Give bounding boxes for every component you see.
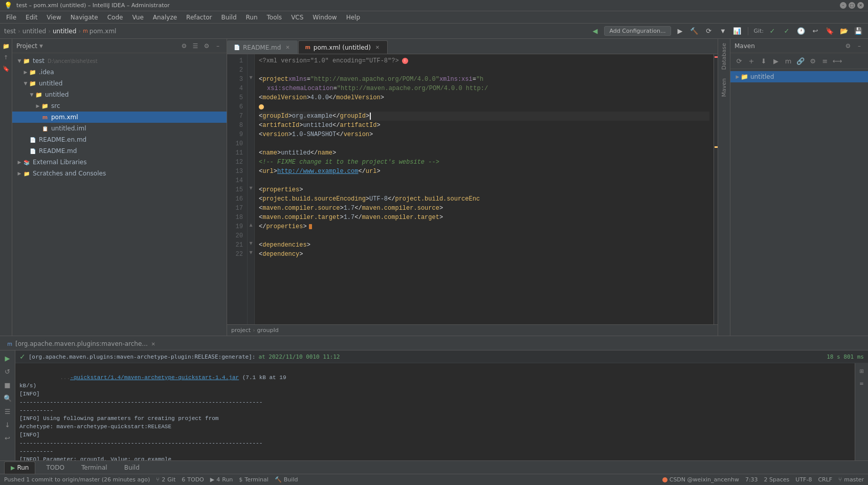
- fold-marker-3[interactable]: ▼: [249, 75, 252, 80]
- log-link-jar[interactable]: -quickstart/1.4/maven-archetype-quicksta…: [70, 374, 239, 381]
- run-rerun-button[interactable]: ↺: [2, 366, 13, 377]
- menu-refactor[interactable]: Refactor: [182, 13, 216, 22]
- run-config-tab-close[interactable]: ✕: [150, 340, 157, 347]
- git-history-icon[interactable]: 🕐: [795, 26, 807, 37]
- maven-reload-icon[interactable]: ⟳: [733, 55, 745, 67]
- build-button[interactable]: 🔨: [688, 26, 700, 37]
- run-wrap-button[interactable]: ↩: [2, 432, 13, 444]
- fold-marker-21[interactable]: ▼: [249, 241, 252, 246]
- tree-item-idea[interactable]: ▶ 📁 .idea: [12, 67, 227, 78]
- maven-lifecycle-icon[interactable]: 🔗: [795, 55, 806, 67]
- maven-tree-item-untitled[interactable]: ▶ 📁 untitled: [730, 71, 868, 82]
- close-button[interactable]: ✕: [857, 2, 864, 9]
- maven-options-icon[interactable]: ≡: [819, 55, 831, 67]
- menu-code[interactable]: Code: [103, 13, 127, 22]
- warning-bulb-6[interactable]: [259, 104, 264, 109]
- commit-icon[interactable]: ↑: [1, 52, 11, 62]
- bottom-tab-run-config[interactable]: m [org.apache.maven.plugins:maven-arche.…: [0, 338, 163, 350]
- vertical-tab-database[interactable]: Database: [719, 39, 729, 74]
- maximize-button[interactable]: □: [849, 2, 855, 9]
- minimize-button[interactable]: –: [840, 2, 847, 9]
- tree-item-readme[interactable]: ▶ 📄 README.md: [12, 145, 227, 157]
- project-icon[interactable]: 📁: [1, 41, 11, 51]
- git-push-icon[interactable]: ✓: [781, 26, 792, 37]
- sidebar-dropdown-icon[interactable]: ▼: [39, 43, 43, 49]
- maven-script-icon[interactable]: m: [783, 55, 794, 67]
- sidebar-hide-icon[interactable]: –: [213, 41, 222, 51]
- run-right-btn1[interactable]: ⊞: [856, 365, 867, 377]
- menu-navigate[interactable]: Navigate: [66, 13, 102, 22]
- sidebar-gear-icon[interactable]: ⚙: [202, 41, 211, 51]
- run-scroll-button[interactable]: ↓: [2, 419, 13, 430]
- fold-marker-22[interactable]: ▼: [249, 250, 252, 255]
- line-sep-status[interactable]: CRLF: [818, 476, 832, 483]
- build-status[interactable]: 🔨 Build: [275, 476, 298, 483]
- sidebar-collapse-icon[interactable]: ☰: [191, 41, 200, 51]
- run-filter-button[interactable]: ☰: [2, 406, 13, 417]
- terminal-tab[interactable]: Terminal: [75, 461, 114, 474]
- coverage-icon[interactable]: 📊: [731, 26, 743, 37]
- run-status[interactable]: ▶ 4 Run: [210, 476, 233, 483]
- bookmark-icon[interactable]: 🔖: [824, 26, 835, 37]
- build-tab[interactable]: Build: [118, 461, 146, 474]
- tree-item-untitled1[interactable]: ▼ 📁 untitled: [12, 78, 227, 89]
- menu-window[interactable]: Window: [308, 13, 341, 22]
- breadcrumb-untitled2[interactable]: untitled: [53, 28, 76, 35]
- menu-edit[interactable]: Edit: [21, 13, 41, 22]
- tab-readme-close[interactable]: ✕: [284, 44, 291, 51]
- branch-status[interactable]: ⑂ master: [838, 476, 864, 483]
- menu-tools[interactable]: Tools: [263, 13, 286, 22]
- menu-help[interactable]: Help: [342, 13, 364, 22]
- tab-readme[interactable]: 📄 README.md ✕: [227, 40, 298, 54]
- tab-pom[interactable]: m pom.xml (untitled) ✕: [298, 40, 387, 54]
- terminal-status[interactable]: $ Terminal: [239, 476, 269, 483]
- maven-download-icon[interactable]: ⬇: [758, 55, 769, 67]
- maven-expand-icon[interactable]: ⟷: [832, 55, 843, 67]
- tree-item-pomxml[interactable]: ▶ m pom.xml: [12, 112, 227, 123]
- tree-item-readme-en[interactable]: ▶ 📄 README.en.md: [12, 134, 227, 145]
- editor-breadcrumb-project[interactable]: project: [231, 327, 251, 334]
- pushed-status[interactable]: Pushed 1 commit to origin/master (26 min…: [4, 476, 150, 483]
- code-editor[interactable]: 1 2 3 4 5 6 7 8 9 10 11 12 13 14 15 16 1…: [227, 54, 718, 324]
- encoding-status[interactable]: UTF-8: [795, 476, 812, 483]
- bookmark-side-icon[interactable]: 🔖: [1, 63, 11, 74]
- menu-vue[interactable]: Vue: [128, 13, 147, 22]
- maven-gear-icon[interactable]: ⚙: [843, 41, 853, 51]
- menu-run[interactable]: Run: [242, 13, 262, 22]
- sidebar-cog-icon[interactable]: ⚙: [180, 41, 189, 51]
- more-run-icon[interactable]: ▼: [717, 26, 728, 37]
- todo-tab[interactable]: TODO: [40, 461, 70, 474]
- run-search-button[interactable]: 🔍: [2, 392, 13, 404]
- play-button[interactable]: ▶: [674, 26, 685, 37]
- run-play-button[interactable]: ▶: [2, 352, 13, 364]
- line-col-status[interactable]: 7:33: [745, 476, 758, 483]
- breadcrumb-test[interactable]: test: [4, 28, 16, 35]
- maven-settings-icon[interactable]: ⚙: [807, 55, 818, 67]
- indent-status[interactable]: 2 Spaces: [764, 476, 790, 483]
- menu-view[interactable]: View: [42, 13, 65, 22]
- tree-item-untitlediml[interactable]: ▶ 📋 untitled.iml: [12, 123, 227, 134]
- maven-hide-icon[interactable]: –: [855, 41, 864, 51]
- editor-breadcrumb-groupid[interactable]: groupId: [257, 327, 279, 334]
- maven-run-icon[interactable]: ▶: [770, 55, 782, 67]
- csdn-status[interactable]: CSDN @weixin_ancenhw: [662, 476, 739, 483]
- tab-pom-close[interactable]: ✕: [374, 44, 381, 51]
- menu-vcs[interactable]: VCS: [287, 13, 307, 22]
- run-right-btn2[interactable]: ≡: [856, 378, 867, 389]
- git-back-icon[interactable]: ↩: [810, 26, 821, 37]
- git-check-icon[interactable]: ✓: [767, 26, 778, 37]
- git-status[interactable]: ⑂ 2 Git: [156, 476, 175, 483]
- todo-status[interactable]: 6 TODO: [182, 476, 204, 483]
- fold-marker-19[interactable]: ▲: [249, 223, 252, 227]
- tree-item-ext-libs[interactable]: ▶ 📚 External Libraries: [12, 157, 227, 168]
- menu-build[interactable]: Build: [217, 13, 240, 22]
- menu-analyze[interactable]: Analyze: [149, 13, 181, 22]
- vertical-tab-maven[interactable]: Maven: [719, 74, 729, 101]
- tree-item-scratches[interactable]: ▶ 📁 Scratches and Consoles: [12, 168, 227, 179]
- fold-marker-15[interactable]: ▼: [249, 186, 252, 190]
- maven-add-icon[interactable]: +: [746, 55, 757, 67]
- reload-button[interactable]: ⟳: [703, 26, 714, 37]
- tree-item-untitled2[interactable]: ▼ 📁 untitled: [12, 89, 227, 100]
- tree-item-src[interactable]: ▶ 📁 src: [12, 100, 227, 112]
- breadcrumb-untitled1[interactable]: untitled: [23, 28, 46, 35]
